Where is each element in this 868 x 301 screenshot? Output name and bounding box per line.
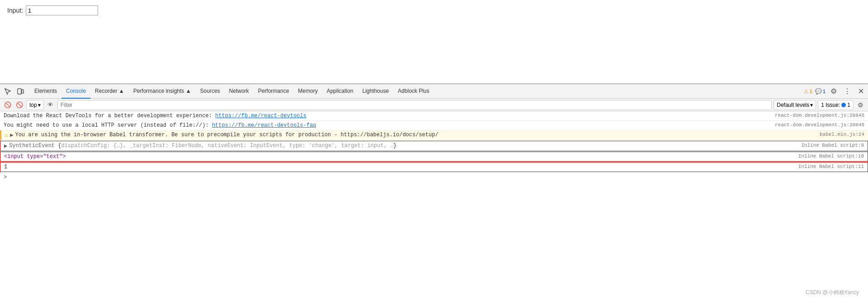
- input-row: Input:: [7, 5, 861, 15]
- console-message-6: 1 Inline Babel script:11: [0, 162, 868, 172]
- tab-bar-right: ⚠ 1 💬 1 ⚙ ⋮ ✕: [804, 86, 866, 97]
- more-options-icon[interactable]: ⋮: [842, 86, 853, 97]
- console-prompt-icon: >: [4, 174, 7, 181]
- toolbar-right: Default levels ▾ 1 Issue: 1 ⚙: [774, 100, 865, 110]
- tab-network[interactable]: Network: [225, 84, 254, 99]
- tab-performance-insights[interactable]: Performance insights ▲: [129, 84, 196, 99]
- tab-adblock-plus[interactable]: Adblock Plus: [393, 84, 434, 99]
- tab-performance[interactable]: Performance: [254, 84, 294, 99]
- warning-badge[interactable]: ⚠ 1: [804, 88, 812, 95]
- page-area: Input:: [0, 0, 868, 84]
- msg5-text: <input type="text">: [4, 153, 795, 160]
- chevron-down-icon-2: ▾: [810, 102, 813, 108]
- msg2-link[interactable]: https://fb.me/react-devtools-faq: [212, 122, 316, 129]
- msg4-text: SyntheticEvent {dispatchConfig: {…}, _ta…: [9, 143, 797, 149]
- inspect-element-icon[interactable]: [2, 86, 14, 97]
- chat-icon: 💬: [815, 88, 822, 95]
- msg4-source[interactable]: Inline Babel script:9: [801, 143, 864, 148]
- console-message-4: ▶ SyntheticEvent {dispatchConfig: {…}, _…: [0, 141, 868, 151]
- warn-icon: ⚠: [5, 132, 8, 139]
- console-message-2: You might need to use a local HTTP serve…: [0, 121, 868, 130]
- msg5-source[interactable]: Inline Babel script:10: [798, 153, 864, 159]
- eye-icon[interactable]: 👁: [46, 100, 56, 110]
- issue-count: 1: [847, 102, 850, 108]
- msg1-text: Download the React DevTools for a better…: [4, 113, 771, 119]
- context-label: top: [29, 102, 37, 108]
- default-levels-label: Default levels: [777, 102, 809, 108]
- page-input[interactable]: [26, 5, 98, 15]
- tab-elements[interactable]: Elements: [30, 84, 61, 99]
- info-count: 1: [823, 89, 826, 94]
- issues-badge[interactable]: 1 Issue: 1: [818, 100, 854, 110]
- console-message-5: <input type="text"> Inline Babel script:…: [0, 152, 868, 162]
- warning-icon: ⚠: [804, 88, 809, 95]
- tab-application[interactable]: Application: [322, 84, 358, 99]
- tab-recorder[interactable]: Recorder ▲: [90, 84, 129, 99]
- tab-console[interactable]: Console: [61, 84, 90, 99]
- tab-sources[interactable]: Sources: [196, 84, 225, 99]
- tab-memory[interactable]: Memory: [293, 84, 322, 99]
- device-toolbar-icon[interactable]: [14, 86, 26, 97]
- clear-console-icon[interactable]: 🚫: [3, 100, 13, 110]
- info-badge[interactable]: 💬 1: [815, 88, 826, 95]
- console-input-row: >: [0, 172, 868, 182]
- msg2-source[interactable]: react-dom.development.js:20845: [775, 122, 864, 128]
- svg-rect-1: [22, 90, 24, 93]
- issue-dot: [841, 103, 846, 107]
- devtools-panel: Elements Console Recorder ▲ Performance …: [0, 84, 868, 301]
- settings-icon[interactable]: ⚙: [828, 86, 839, 97]
- msg2-text: You might need to use a local HTTP serve…: [4, 122, 771, 129]
- warning-count: 1: [810, 89, 812, 94]
- console-message-1: Download the React DevTools for a better…: [0, 111, 868, 121]
- console-output: Download the React DevTools for a better…: [0, 111, 868, 301]
- msg1-link[interactable]: https://fb.me/react-devtools: [215, 113, 307, 119]
- filter-input[interactable]: [57, 100, 772, 110]
- input-label: Input:: [7, 7, 23, 14]
- msg6-text: 1: [4, 164, 795, 170]
- msg3-text: You are using the in-browser Babel trans…: [15, 132, 816, 138]
- console-toolbar: 🚫 🚫 top ▾ 👁 Default levels ▾ 1 Issue: 1 …: [0, 99, 868, 111]
- svg-rect-0: [18, 89, 21, 94]
- msg1-source[interactable]: react-dom.development.js:20845: [775, 113, 864, 118]
- expand-icon-3[interactable]: ▶: [10, 132, 13, 139]
- issue-label: 1 Issue:: [821, 102, 840, 108]
- console-settings-icon[interactable]: ⚙: [855, 100, 865, 110]
- tab-bar-icons: [2, 86, 26, 97]
- expand-icon-4[interactable]: ▶: [4, 143, 7, 149]
- watermark: CSDN @小棉杨Yancy: [806, 289, 859, 296]
- msg3-source[interactable]: babel.min.js:24: [820, 132, 864, 137]
- tab-lighthouse[interactable]: Lighthouse: [358, 84, 393, 99]
- tab-bar: Elements Console Recorder ▲ Performance …: [0, 84, 868, 99]
- chevron-down-icon: ▾: [38, 102, 41, 108]
- msg6-source[interactable]: Inline Babel script:11: [798, 164, 864, 169]
- preserve-log-icon[interactable]: 🚫: [14, 100, 24, 110]
- console-message-3: ⚠ ▶ You are using the in-browser Babel t…: [0, 130, 868, 140]
- close-devtools-icon[interactable]: ✕: [855, 86, 866, 97]
- default-levels-button[interactable]: Default levels ▾: [774, 100, 816, 110]
- context-dropdown[interactable]: top ▾: [26, 100, 44, 110]
